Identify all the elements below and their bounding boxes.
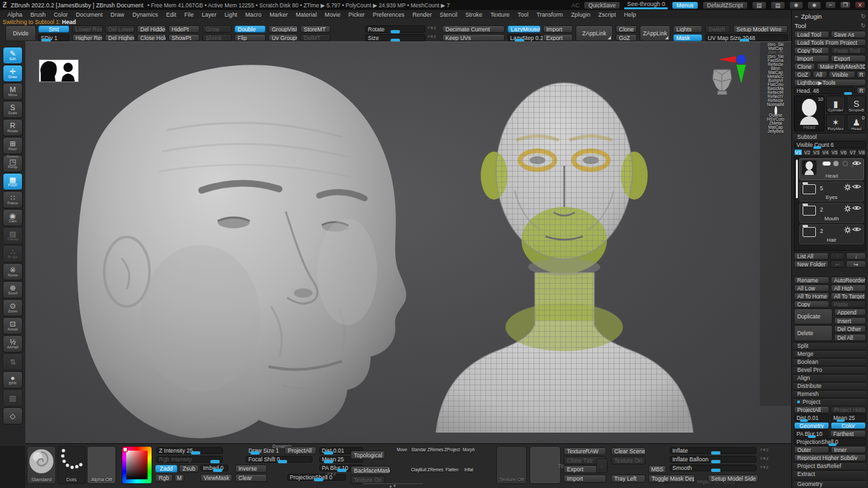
material-swatch[interactable]: Outline [761, 107, 791, 117]
textureraw-button[interactable]: TextureRAW [564, 447, 606, 455]
left-tool-button[interactable]: ※ Xpose [3, 263, 23, 280]
subtool-item-head[interactable]: ╱ Head [799, 158, 864, 180]
brush-shortcut2-icon[interactable]: ✱ [807, 1, 821, 9]
slider-options-icon[interactable]: ≡▾z [760, 456, 769, 461]
hidept-button[interactable]: HidePt [168, 25, 200, 33]
zsub-toggle[interactable]: Zsub [179, 465, 199, 473]
subtool-tab[interactable]: V5 [831, 149, 839, 156]
menu-item[interactable]: Preferences [369, 11, 407, 18]
subtool-action-button[interactable]: All To Home [794, 292, 829, 300]
subtool-action-button[interactable]: Rename [794, 276, 829, 284]
new-folder-button[interactable]: New Folder [794, 260, 829, 268]
del-all-button[interactable]: Del All [834, 334, 866, 341]
left-tool-button[interactable]: ▦ PolyF [3, 173, 23, 190]
export-button[interactable]: Export [543, 34, 573, 41]
decimate-current-button[interactable]: Decimate Current [442, 25, 505, 33]
mask-toggle[interactable]: Mask [673, 34, 702, 41]
menu-item[interactable]: Dynamics [129, 11, 162, 18]
collapsed-section-header[interactable]: Merge [793, 350, 867, 357]
move-into-folder-button[interactable]: ↪ [846, 260, 866, 268]
load-tools-from-project-button[interactable]: Load Tools From Project [794, 39, 866, 46]
rgb-intensity-slider[interactable]: Rgb Intensity [156, 456, 223, 463]
subtool-folder-item[interactable]: 5 Eyes [799, 182, 864, 202]
del-higher-button[interactable]: Del Higher [105, 34, 135, 41]
extract-header[interactable]: Extract [793, 470, 867, 477]
menu-item[interactable]: Tool [514, 11, 531, 18]
delmt-button[interactable]: DelMT [300, 34, 331, 41]
viewport-canvas[interactable]: zbro_Ski MatCap zbro_mi zbro_Ski FastSha… [25, 41, 791, 444]
current-stroke-thumbnail[interactable]: Dots [57, 446, 85, 484]
brush-shortcut[interactable]: Inflat [461, 466, 477, 473]
move-up-button[interactable]: ↑ [830, 252, 845, 260]
tool-header[interactable]: Tool ↻ [795, 21, 865, 29]
save-as-button[interactable]: Save As [831, 31, 866, 38]
undo-folder-button[interactable]: ↩ [830, 260, 845, 268]
axis-gizmo[interactable] [717, 53, 750, 85]
r-button[interactable]: R [857, 71, 866, 78]
menu-item[interactable]: Marker [266, 11, 291, 18]
slider-options-icon[interactable]: ≡▾z [760, 447, 769, 453]
del-other-button[interactable]: Del Other [834, 325, 866, 332]
menu-item[interactable]: Document [73, 11, 106, 18]
slider-options-icon[interactable]: ≡▾z [327, 471, 337, 477]
subtool-scrollbar[interactable] [796, 160, 798, 198]
left-tool-button[interactable]: ✎ Edit [3, 47, 23, 64]
lightbox-tools-button[interactable]: Lightbox▶Tools [794, 79, 866, 86]
current-alpha-thumbnail[interactable]: Alpha Off [87, 446, 116, 484]
clone-button[interactable]: Clone [616, 25, 637, 33]
project-section-header[interactable]: Project [793, 398, 867, 405]
load-tool-button[interactable]: Load Tool [794, 31, 829, 38]
duplicate-button[interactable]: Duplicate [794, 308, 833, 324]
menu-item[interactable]: Movie [321, 11, 343, 18]
color-picker[interactable] [122, 446, 152, 484]
menu-item[interactable]: Material [292, 11, 320, 18]
make-polymesh3d-button[interactable]: Make PolyMesh3D [817, 63, 866, 70]
left-tool-button[interactable]: ✛ Draw [3, 65, 23, 82]
switch-button[interactable]: Switch [705, 25, 730, 33]
rgb-toggle[interactable]: Rgb [155, 474, 173, 482]
lower-res-button[interactable]: Lower Res [72, 25, 103, 33]
subtool-section-header[interactable]: Subtool [793, 133, 867, 140]
inflate-slider[interactable]: Inflate [670, 447, 756, 454]
subtool-action-button[interactable]: All Low [794, 284, 829, 292]
tool-thumbnail[interactable]: S SimpleB [847, 95, 866, 112]
eye-icon[interactable] [852, 205, 861, 211]
slider-options-icon[interactable]: ≡▾z [427, 34, 437, 39]
uv-groups-button[interactable]: Uv Groups [268, 34, 298, 41]
m-toggle[interactable]: M [174, 474, 184, 482]
storemt-button[interactable]: StoreMT [300, 25, 331, 33]
groupvisible-button[interactable]: GroupVisible [268, 25, 298, 33]
lights-button[interactable]: Lights [673, 25, 702, 33]
recycle-icon[interactable]: ↻ [861, 23, 865, 29]
reproject-higher-subdiv-button[interactable]: Reproject Higher Subdiv [794, 454, 866, 461]
inverse-button[interactable]: Inverse [235, 465, 267, 473]
subtool-action-button[interactable]: AutoReorder [831, 276, 866, 284]
mbs-button[interactable]: MBS [648, 465, 666, 473]
brush-shortcut[interactable]: ClayBuil [411, 466, 427, 473]
sculpt-toggle-icon[interactable] [823, 162, 831, 166]
viewmask-button[interactable]: ViewMask [200, 474, 232, 482]
subtool-tab[interactable]: V1 [794, 149, 803, 156]
subtool-action-button[interactable]: All High [831, 284, 866, 292]
quicksave-button[interactable]: QuickSave [584, 1, 620, 9]
left-tool-button[interactable]: ∴ Pt Sel [3, 245, 23, 262]
subtool-tab[interactable]: V8 [857, 149, 866, 156]
shrink-button[interactable]: Shrink [202, 34, 232, 41]
texture-off-thumbnail[interactable]: Texture Off [496, 446, 527, 484]
projection-shell-slider[interactable]: ProjectionShell 0 [794, 438, 866, 445]
material-swatch[interactable]: JellyBea [761, 130, 791, 134]
gear-icon[interactable] [844, 226, 851, 234]
menu-item[interactable]: Color [50, 11, 71, 18]
collapsed-section-header[interactable]: Align [793, 374, 867, 381]
zadd-toggle[interactable]: Zadd [155, 465, 178, 473]
uv-map-size-slider[interactable]: UV Map Size 2048 [705, 34, 788, 41]
minimize-button[interactable]: − [825, 1, 836, 9]
default-zscript-button[interactable]: DefaultZScript [702, 1, 748, 9]
visible-button[interactable]: Visible [829, 71, 855, 78]
flip-button[interactable]: Flip [234, 34, 266, 41]
projectall-button[interactable]: ProjectAll [794, 406, 829, 413]
inner-button[interactable]: Inner [831, 446, 866, 453]
goz-button[interactable]: GoZ [616, 34, 637, 41]
dist-slider[interactable]: Dist 0.01 [794, 414, 829, 421]
setup-model-wire-button[interactable]: Setup Model Wire [733, 25, 788, 33]
